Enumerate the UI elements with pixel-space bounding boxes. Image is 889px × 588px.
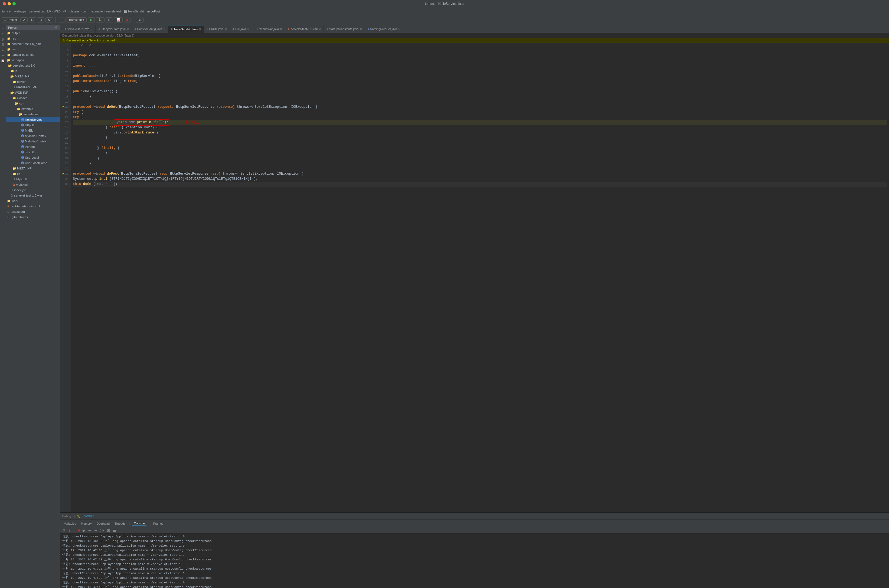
bt-redo[interactable]: ↪ bbox=[93, 528, 98, 533]
structure-icon[interactable]: ≡ bbox=[0, 26, 5, 31]
maximize-button[interactable] bbox=[12, 2, 16, 5]
file-tab-close[interactable]: ✕ bbox=[225, 28, 227, 31]
tree-item[interactable]: 🗋MyEL.tld bbox=[6, 177, 60, 182]
bt-menu[interactable]: ☰ bbox=[112, 528, 117, 533]
close-button[interactable] bbox=[3, 2, 6, 5]
tree-item[interactable]: 🗎.ant-targets-build.xml bbox=[6, 204, 60, 209]
sync-btn[interactable]: ⟳ bbox=[20, 17, 28, 22]
file-tab-close[interactable]: ✕ bbox=[398, 28, 400, 31]
tree-item[interactable]: 📁output bbox=[6, 30, 60, 36]
run-btn[interactable]: ▶ bbox=[88, 17, 95, 22]
tree-item[interactable]: 📂META-INF bbox=[6, 74, 60, 79]
project-btn[interactable]: ☰ Project bbox=[1, 17, 19, 22]
tree-item[interactable]: 📂com bbox=[6, 101, 60, 106]
bottom-tab-variables[interactable]: Variables bbox=[62, 521, 78, 526]
tree-item[interactable]: 📂example bbox=[6, 106, 60, 111]
file-tab[interactable]: J UriUtil.java ✕ bbox=[204, 25, 230, 33]
tree-item[interactable]: 🗋.gitattributes bbox=[6, 214, 60, 220]
database-icon[interactable]: 🗄 bbox=[0, 42, 5, 47]
tree-item[interactable]: 🅒HelloServlet bbox=[6, 117, 60, 122]
pull-requests-icon[interactable]: ⬆ bbox=[0, 32, 5, 36]
tree-item[interactable]: 📁lib bbox=[6, 171, 60, 177]
bootstrap-btn[interactable]: Bootstrap ▾ bbox=[67, 17, 87, 22]
bt-up[interactable]: ↑ bbox=[67, 528, 71, 533]
file-tab-close[interactable]: ✕ bbox=[127, 28, 129, 31]
breadcrumb-example[interactable]: example bbox=[91, 10, 103, 13]
file-tab[interactable]: J ContextConfig.java ✕ bbox=[132, 25, 168, 33]
coverage-btn[interactable]: ⊙ bbox=[106, 17, 113, 22]
navigate-back[interactable]: ← bbox=[58, 18, 66, 22]
bottom-tab-memory[interactable]: Memory bbox=[79, 521, 93, 526]
file-tab[interactable]: J startup/Constants.java ✕ bbox=[324, 25, 365, 33]
tree-item[interactable]: 🗋servelet-test-1.0.war bbox=[6, 193, 60, 198]
breadcrumb-servelettest[interactable]: servelettest bbox=[106, 10, 121, 13]
minimize-button[interactable] bbox=[7, 2, 11, 5]
codota-icon[interactable]: ◈ bbox=[0, 48, 5, 52]
file-tab-close[interactable]: ✕ bbox=[163, 28, 165, 31]
profile-btn[interactable]: 📊 bbox=[114, 17, 123, 22]
tree-item[interactable]: 📁test bbox=[6, 46, 60, 52]
tree-item[interactable]: 🅒HttpUtil bbox=[6, 122, 60, 128]
tree-item[interactable]: 🗋MANIFEST.MF bbox=[6, 84, 60, 90]
bt-rerun[interactable]: ⟳ bbox=[62, 528, 67, 533]
breadcrumb-servelet[interactable]: servelet-test-1.0 bbox=[29, 10, 51, 13]
ant-icon[interactable]: 🐜 bbox=[0, 53, 5, 58]
breadcrumb-classes[interactable]: classes bbox=[70, 10, 79, 13]
file-tab[interactable]: J ExpandWar.java ✕ bbox=[252, 25, 285, 33]
stop-btn[interactable]: ■ bbox=[124, 18, 130, 22]
bt-next[interactable]: ≫ bbox=[99, 528, 105, 533]
bt-undo[interactable]: ↩ bbox=[87, 528, 92, 533]
tree-item[interactable]: 🗋.classpath bbox=[6, 209, 60, 214]
code-editor[interactable]: 1678913141516171819⚑ 2021222324252627282… bbox=[60, 43, 889, 512]
tree-item[interactable]: 🅒UserLocal bbox=[6, 155, 60, 160]
tree-item[interactable]: 🗋index.jsp bbox=[6, 188, 60, 193]
file-tab[interactable]: J LifecycleDate.java ✕ bbox=[60, 25, 96, 33]
tree-item[interactable]: 📂classes bbox=[6, 95, 60, 101]
breadcrumb-tomcat[interactable]: tomcat bbox=[2, 10, 11, 13]
breadcrumb-helloservlet[interactable]: 🅹 HelloServlet bbox=[124, 10, 144, 13]
breadcrumb-dopost[interactable]: m doPost bbox=[147, 10, 160, 13]
bt-resume[interactable]: ▶ bbox=[82, 528, 86, 533]
debug-btn[interactable]: 🐛 bbox=[96, 17, 105, 22]
file-tab-close[interactable]: ✕ bbox=[360, 28, 362, 31]
bottom-tab-overhead[interactable]: Overhead bbox=[95, 521, 111, 526]
tree-item[interactable]: 📁servelet-test-1.0_bak bbox=[6, 41, 60, 46]
git-btn[interactable]: Git bbox=[135, 18, 144, 22]
tree-item[interactable]: 📁maven bbox=[6, 79, 60, 84]
tree-item[interactable]: 📂WEB-INF bbox=[6, 90, 60, 95]
tree-item[interactable]: 🗎web.xml bbox=[6, 182, 60, 188]
big-data-icon[interactable]: 📈 bbox=[0, 58, 5, 63]
file-tab[interactable]: X servelet-test-1.0.xml ✕ bbox=[285, 25, 324, 33]
tree-item[interactable]: 📁tomcat-build-libs bbox=[6, 52, 60, 57]
file-tab-close[interactable]: ✕ bbox=[90, 28, 93, 31]
tree-item[interactable]: 🅒MyEL bbox=[6, 128, 60, 133]
file-tab[interactable]: J LifecycleState.java ✕ bbox=[96, 25, 132, 33]
console-tab[interactable]: Console bbox=[132, 521, 147, 526]
tree-item[interactable]: 📁res bbox=[6, 36, 60, 41]
tree-item[interactable]: 🅒TestDto bbox=[6, 149, 60, 155]
file-tab-close[interactable]: ✕ bbox=[247, 28, 249, 31]
file-tab-close[interactable]: ✕ bbox=[199, 28, 201, 31]
tree-item[interactable]: 🅒MyInitialContex bbox=[6, 139, 60, 144]
tree-item[interactable]: 📂webapps bbox=[6, 57, 60, 63]
tree-item[interactable]: 🅒Person bbox=[6, 144, 60, 149]
tree-item[interactable]: 📂servelettest bbox=[6, 111, 60, 117]
breadcrumb-webinf[interactable]: WEB-INF bbox=[54, 10, 66, 13]
collapse-btn[interactable]: ⊟ bbox=[29, 17, 36, 22]
frames-tab[interactable]: Frames bbox=[151, 521, 165, 526]
bt-down[interactable]: ↓ bbox=[72, 528, 76, 533]
panel-gear-icon[interactable]: ⚙ bbox=[55, 26, 58, 29]
breadcrumb-com[interactable]: com bbox=[82, 10, 88, 13]
tree-item[interactable]: 📁work bbox=[6, 198, 60, 204]
expand-btn[interactable]: ⊞ bbox=[37, 17, 44, 22]
tree-item[interactable]: 📁js bbox=[6, 68, 60, 74]
tree-item[interactable]: 📁META-INF bbox=[6, 166, 60, 171]
tree-item[interactable]: 🅒UserLocalHome bbox=[6, 160, 60, 166]
bt-stop[interactable]: ■ bbox=[77, 528, 81, 533]
bt-grid[interactable]: ⊞ bbox=[106, 528, 111, 533]
json-parser-icon[interactable]: {} bbox=[0, 37, 5, 42]
console-output[interactable]: 信息: checkResources DeployedApplication n… bbox=[60, 534, 889, 588]
settings-btn[interactable]: ⚙ bbox=[45, 17, 53, 22]
tree-item[interactable]: 🅒MyInitialContex bbox=[6, 133, 60, 139]
bottom-tab-threads[interactable]: Threads bbox=[113, 521, 127, 526]
